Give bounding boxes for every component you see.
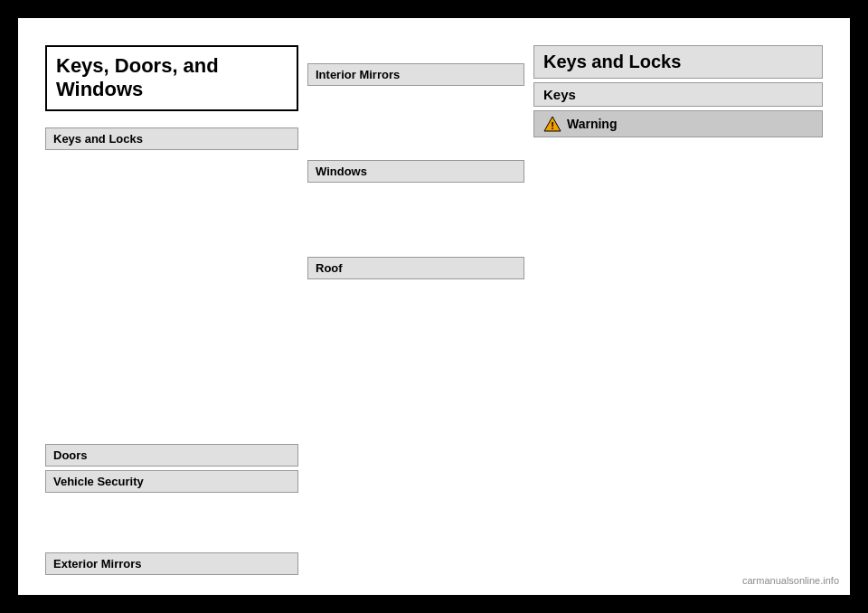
middle-top: Interior Mirrors bbox=[307, 63, 524, 88]
left-layout: Keys, Doors, and Windows Keys and Locks … bbox=[45, 45, 298, 577]
exterior-mirrors-header: Exterior Mirrors bbox=[45, 552, 298, 575]
windows-header: Windows bbox=[307, 160, 524, 183]
roof-header: Roof bbox=[307, 257, 524, 279]
vehicle-security-header: Vehicle Security bbox=[45, 470, 298, 493]
main-title-text: Keys, Doors, and Windows bbox=[56, 54, 219, 100]
right-column: Keys and Locks Keys ! Warning bbox=[524, 45, 823, 577]
middle-column: Interior Mirrors Windows Roof bbox=[298, 45, 524, 577]
interior-mirrors-header: Interior Mirrors bbox=[307, 63, 524, 86]
left-bottom-sections: Doors Vehicle Security Exterior Mirrors bbox=[45, 444, 298, 577]
warning-label: Warning bbox=[567, 117, 617, 131]
right-title: Keys and Locks bbox=[533, 45, 823, 79]
left-column: Keys, Doors, and Windows Keys and Locks … bbox=[45, 45, 298, 577]
warning-triangle-icon: ! bbox=[543, 116, 561, 132]
right-subtitle: Keys bbox=[533, 82, 823, 107]
keys-and-locks-header: Keys and Locks bbox=[45, 127, 298, 150]
spacer-mid bbox=[45, 496, 298, 551]
content-area: Keys, Doors, and Windows Keys and Locks … bbox=[18, 18, 850, 595]
doors-header: Doors bbox=[45, 444, 298, 467]
watermark: carmanualsonline.info bbox=[739, 573, 843, 588]
main-title: Keys, Doors, and Windows bbox=[45, 45, 298, 111]
middle-roof: Roof bbox=[307, 257, 524, 281]
middle-windows: Windows bbox=[307, 160, 524, 184]
svg-text:!: ! bbox=[551, 120, 554, 131]
page: Keys, Doors, and Windows Keys and Locks … bbox=[18, 18, 850, 595]
warning-box: ! Warning bbox=[533, 110, 823, 137]
left-top-section: Keys and Locks bbox=[45, 127, 298, 152]
